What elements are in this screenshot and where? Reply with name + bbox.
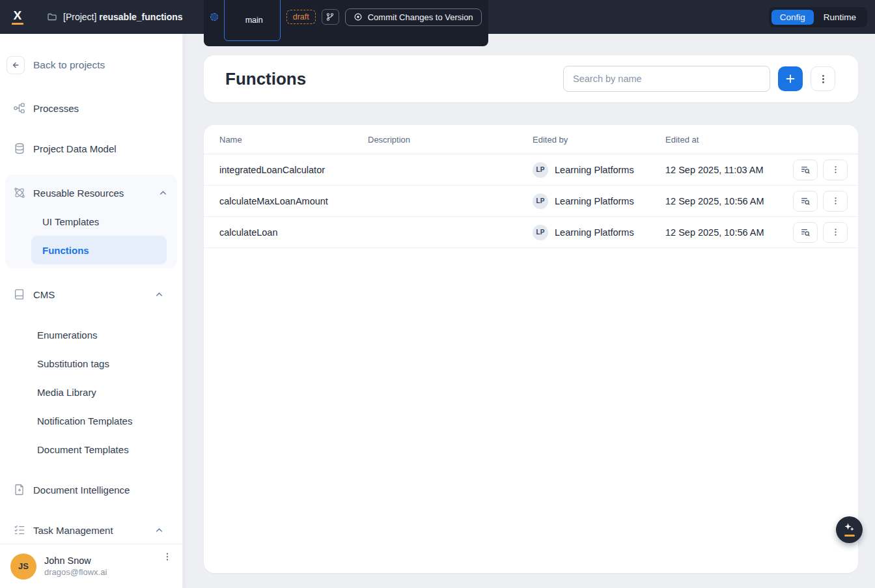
search-input[interactable] [563, 66, 770, 92]
plus-icon [785, 73, 796, 85]
ai-assistant-fab[interactable] [836, 516, 863, 543]
sidebar-subitem-label: Functions [42, 245, 89, 256]
user-menu-kebab-icon[interactable] [163, 552, 172, 561]
flowx-x-logo: X [13, 9, 21, 21]
sidebar-item-project-data-model[interactable]: Project Data Model [0, 134, 182, 163]
audit-log-search-icon [800, 227, 811, 238]
top-bar: X [Project] reusable_functions main draf… [0, 0, 875, 34]
sidebar-item-reusable-resources[interactable]: Reusable Resources [5, 178, 177, 207]
sidebar-item-document-templates[interactable]: Document Templates [26, 435, 167, 464]
processes-icon [13, 102, 26, 115]
sidebar: Back to projects Processes [0, 34, 183, 588]
main-content: Functions [183, 34, 875, 588]
table-header-row: Name Description Edited by Edited at [204, 125, 858, 154]
project-label: [Project] [63, 12, 96, 22]
column-header-edited-by: Edited by [533, 135, 665, 145]
tab-config[interactable]: Config [771, 10, 814, 25]
tab-runtime[interactable]: Runtime [815, 10, 865, 25]
git-branch-icon [326, 12, 335, 21]
column-header-edited-at: Edited at [665, 135, 771, 145]
kebab-icon [818, 74, 828, 84]
user-email: dragos@flowx.ai [44, 567, 107, 577]
checklist-icon [13, 524, 26, 537]
edited-at: 12 Sep 2025, 10:56 AM [665, 196, 771, 206]
avatar: JS [10, 553, 36, 580]
add-function-button[interactable] [778, 66, 803, 91]
sidebar-item-document-intelligence[interactable]: Document Intelligence [0, 475, 182, 504]
project-name: reusable_functions [99, 12, 182, 22]
sidebar-subitem-label: UI Templates [42, 216, 99, 227]
book-icon [13, 288, 26, 301]
table-row[interactable]: integratedLoanCalculator LP Learning Pla… [204, 154, 858, 186]
sidebar-subitem-label: Substitution tags [37, 358, 109, 369]
back-button[interactable] [7, 56, 25, 74]
atom-icon [13, 186, 26, 199]
editor-name: Learning Platforms [555, 227, 634, 238]
row-more-button[interactable] [823, 191, 848, 212]
commit-changes-button[interactable]: Commit Changes to Version [345, 8, 482, 26]
sidebar-item-enumerations[interactable]: Enumerations [26, 320, 167, 349]
sidebar-group-reusable-resources: Reusable Resources UI Templates Function… [5, 175, 177, 268]
git-branch-button[interactable] [322, 9, 339, 25]
audit-log-button[interactable] [793, 222, 818, 243]
sidebar-item-processes[interactable]: Processes [0, 94, 182, 122]
chevron-up-icon [154, 525, 164, 535]
sidebar-item-notification-templates[interactable]: Notification Templates [26, 406, 167, 435]
sidebar-subitem-label: Media Library [37, 387, 96, 398]
function-name: calculateLoan [219, 227, 368, 238]
editor-name: Learning Platforms [555, 165, 634, 175]
sidebar-item-label: Document Intelligence [33, 484, 130, 496]
sidebar-item-ui-templates[interactable]: UI Templates [31, 207, 167, 236]
row-more-button[interactable] [823, 222, 848, 243]
sidebar-item-functions[interactable]: Functions [31, 236, 167, 264]
file-plus-icon [13, 483, 26, 496]
mode-switcher: Config Runtime [769, 7, 867, 27]
sidebar-group-cms: CMS Enumerations Substitution tags [0, 280, 182, 464]
function-name: calculateMaxLoanAmount [219, 196, 368, 206]
sidebar-item-media-library[interactable]: Media Library [26, 378, 167, 406]
editor-avatar: LP [533, 225, 548, 240]
commit-target-icon [354, 12, 363, 21]
sidebar-subitem-label: Document Templates [37, 444, 129, 455]
database-icon [13, 142, 26, 155]
sidebar-subitem-label: Enumerations [37, 329, 98, 341]
audit-log-button[interactable] [793, 191, 818, 212]
kebab-icon [831, 197, 840, 205]
sidebar-item-cms[interactable]: CMS [0, 280, 182, 309]
app-window: X [Project] reusable_functions main draf… [0, 0, 875, 588]
editor-avatar: LP [533, 193, 548, 209]
logo-underline [12, 23, 23, 25]
audit-log-button[interactable] [793, 160, 818, 180]
page-title: Functions [225, 69, 306, 89]
header-more-button[interactable] [811, 66, 835, 91]
edited-at: 12 Sep 2025, 10:56 AM [665, 227, 771, 238]
project-breadcrumb: [Project] reusable_functions [47, 12, 183, 22]
sidebar-item-task-management[interactable]: Task Management [0, 516, 182, 544]
draft-badge[interactable]: draft [286, 10, 316, 24]
commit-changes-label: Commit Changes to Version [368, 12, 473, 22]
functions-table: Name Description Edited by Edited at int… [204, 125, 858, 573]
chevron-up-icon [154, 290, 164, 300]
edited-at: 12 Sep 2025, 11:03 AM [665, 165, 771, 175]
editor-name: Learning Platforms [555, 196, 634, 206]
sidebar-item-label: Project Data Model [33, 143, 117, 154]
sidebar-item-label: CMS [33, 289, 55, 300]
column-header-name: Name [219, 135, 368, 145]
audit-log-search-icon [800, 165, 811, 175]
back-arrow-icon [11, 61, 20, 70]
row-more-button[interactable] [823, 160, 848, 180]
flowx-logo[interactable]: X [9, 9, 26, 25]
ai-sparkles-icon [844, 523, 855, 537]
sidebar-item-substitution-tags[interactable]: Substitution tags [26, 349, 167, 378]
column-header-description: Description [368, 135, 533, 145]
function-name: integratedLoanCalculator [219, 165, 368, 175]
sidebar-item-label: Processes [33, 103, 79, 114]
table-row[interactable]: calculateMaxLoanAmount LP Learning Platf… [204, 186, 858, 217]
chevron-up-icon [158, 188, 168, 198]
table-row[interactable]: calculateLoan LP Learning Platforms 12 S… [204, 217, 858, 248]
user-name: John Snow [44, 555, 107, 566]
editor-avatar: LP [533, 162, 548, 178]
sidebar-item-label: Task Management [33, 525, 113, 536]
kebab-icon [831, 228, 840, 236]
back-to-projects[interactable]: Back to projects [0, 56, 182, 74]
